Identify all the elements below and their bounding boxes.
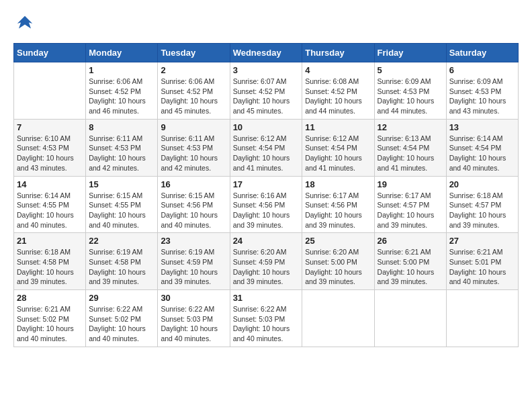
calendar-cell: 1Sunrise: 6:06 AMSunset: 4:52 PMDaylight… xyxy=(86,62,158,120)
day-info: Sunrise: 6:19 AMSunset: 4:59 PMDaylight:… xyxy=(161,247,226,287)
calendar-cell: 18Sunrise: 6:17 AMSunset: 4:56 PMDayligh… xyxy=(302,176,374,233)
day-number: 8 xyxy=(89,122,154,132)
svg-marker-0 xyxy=(17,16,33,29)
day-info: Sunrise: 6:13 AMSunset: 4:54 PMDaylight:… xyxy=(378,134,443,173)
page-header xyxy=(13,13,519,36)
calendar-cell: 21Sunrise: 6:18 AMSunset: 4:58 PMDayligh… xyxy=(14,233,86,290)
day-info: Sunrise: 6:18 AMSunset: 4:57 PMDaylight:… xyxy=(449,191,515,230)
calendar-header-thursday: Thursday xyxy=(302,44,374,62)
calendar-week-row: 28Sunrise: 6:21 AMSunset: 5:02 PMDayligh… xyxy=(14,290,519,347)
calendar-cell: 4Sunrise: 6:08 AMSunset: 4:52 PMDaylight… xyxy=(302,62,374,120)
day-number: 23 xyxy=(161,236,226,246)
calendar-cell: 2Sunrise: 6:06 AMSunset: 4:52 PMDaylight… xyxy=(158,62,230,120)
calendar-header-tuesday: Tuesday xyxy=(158,44,230,62)
day-info: Sunrise: 6:19 AMSunset: 4:58 PMDaylight:… xyxy=(89,247,154,287)
day-number: 4 xyxy=(305,65,371,75)
calendar-cell: 25Sunrise: 6:20 AMSunset: 5:00 PMDayligh… xyxy=(302,233,374,290)
calendar-cell: 10Sunrise: 6:12 AMSunset: 4:54 PMDayligh… xyxy=(230,119,302,176)
calendar-cell: 24Sunrise: 6:20 AMSunset: 4:59 PMDayligh… xyxy=(230,233,302,290)
day-number: 12 xyxy=(378,122,443,132)
calendar-cell: 23Sunrise: 6:19 AMSunset: 4:59 PMDayligh… xyxy=(158,233,230,290)
day-info: Sunrise: 6:21 AMSunset: 5:02 PMDaylight:… xyxy=(17,304,83,344)
calendar-cell: 19Sunrise: 6:17 AMSunset: 4:57 PMDayligh… xyxy=(374,176,446,233)
day-number: 28 xyxy=(17,293,83,303)
day-info: Sunrise: 6:16 AMSunset: 4:56 PMDaylight:… xyxy=(233,191,300,230)
day-info: Sunrise: 6:06 AMSunset: 4:52 PMDaylight:… xyxy=(89,77,154,116)
calendar-cell: 28Sunrise: 6:21 AMSunset: 5:02 PMDayligh… xyxy=(14,290,86,347)
calendar-header-friday: Friday xyxy=(374,44,446,62)
day-info: Sunrise: 6:15 AMSunset: 4:55 PMDaylight:… xyxy=(89,191,154,230)
day-info: Sunrise: 6:22 AMSunset: 5:02 PMDaylight:… xyxy=(89,304,154,344)
day-number: 21 xyxy=(17,236,83,246)
calendar-cell: 3Sunrise: 6:07 AMSunset: 4:52 PMDaylight… xyxy=(230,62,302,120)
calendar-header-sunday: Sunday xyxy=(14,44,86,62)
calendar-cell: 27Sunrise: 6:21 AMSunset: 5:01 PMDayligh… xyxy=(446,233,518,290)
calendar-header-monday: Monday xyxy=(86,44,158,62)
day-info: Sunrise: 6:12 AMSunset: 4:54 PMDaylight:… xyxy=(305,134,371,173)
day-number: 3 xyxy=(233,65,300,75)
day-number: 10 xyxy=(233,122,300,132)
day-info: Sunrise: 6:06 AMSunset: 4:52 PMDaylight:… xyxy=(161,77,226,116)
day-number: 14 xyxy=(17,179,83,189)
day-number: 11 xyxy=(305,122,371,132)
day-number: 26 xyxy=(378,236,443,246)
day-info: Sunrise: 6:14 AMSunset: 4:54 PMDaylight:… xyxy=(449,134,515,173)
calendar-cell: 30Sunrise: 6:22 AMSunset: 5:03 PMDayligh… xyxy=(158,290,230,347)
day-number: 1 xyxy=(89,65,154,75)
calendar-header-row: SundayMondayTuesdayWednesdayThursdayFrid… xyxy=(14,44,519,62)
day-number: 15 xyxy=(89,179,154,189)
calendar-cell: 14Sunrise: 6:14 AMSunset: 4:55 PMDayligh… xyxy=(14,176,86,233)
calendar-cell: 9Sunrise: 6:11 AMSunset: 4:53 PMDaylight… xyxy=(158,119,230,176)
day-number: 19 xyxy=(378,179,443,189)
day-info: Sunrise: 6:07 AMSunset: 4:52 PMDaylight:… xyxy=(233,77,300,116)
calendar-cell: 29Sunrise: 6:22 AMSunset: 5:02 PMDayligh… xyxy=(86,290,158,347)
day-number: 31 xyxy=(233,293,300,303)
day-number: 25 xyxy=(305,236,371,246)
day-number: 20 xyxy=(449,179,515,189)
calendar-cell: 13Sunrise: 6:14 AMSunset: 4:54 PMDayligh… xyxy=(446,119,518,176)
day-number: 16 xyxy=(161,179,226,189)
calendar-cell xyxy=(302,290,374,347)
day-info: Sunrise: 6:12 AMSunset: 4:54 PMDaylight:… xyxy=(233,134,300,173)
day-info: Sunrise: 6:10 AMSunset: 4:53 PMDaylight:… xyxy=(17,134,83,173)
day-number: 24 xyxy=(233,236,300,246)
day-number: 27 xyxy=(449,236,515,246)
day-info: Sunrise: 6:17 AMSunset: 4:57 PMDaylight:… xyxy=(378,191,443,230)
calendar-week-row: 1Sunrise: 6:06 AMSunset: 4:52 PMDaylight… xyxy=(14,62,519,120)
calendar-header-saturday: Saturday xyxy=(446,44,518,62)
day-info: Sunrise: 6:11 AMSunset: 4:53 PMDaylight:… xyxy=(89,134,154,173)
day-info: Sunrise: 6:14 AMSunset: 4:55 PMDaylight:… xyxy=(17,191,83,230)
calendar-header-wednesday: Wednesday xyxy=(230,44,302,62)
calendar-cell: 5Sunrise: 6:09 AMSunset: 4:53 PMDaylight… xyxy=(374,62,446,120)
calendar-cell: 22Sunrise: 6:19 AMSunset: 4:58 PMDayligh… xyxy=(86,233,158,290)
day-info: Sunrise: 6:09 AMSunset: 4:53 PMDaylight:… xyxy=(378,77,443,116)
day-info: Sunrise: 6:08 AMSunset: 4:52 PMDaylight:… xyxy=(305,77,371,116)
day-info: Sunrise: 6:21 AMSunset: 5:00 PMDaylight:… xyxy=(378,247,443,287)
day-info: Sunrise: 6:09 AMSunset: 4:53 PMDaylight:… xyxy=(449,77,515,116)
calendar-cell: 7Sunrise: 6:10 AMSunset: 4:53 PMDaylight… xyxy=(14,119,86,176)
calendar-cell: 26Sunrise: 6:21 AMSunset: 5:00 PMDayligh… xyxy=(374,233,446,290)
day-info: Sunrise: 6:22 AMSunset: 5:03 PMDaylight:… xyxy=(233,304,300,344)
day-info: Sunrise: 6:22 AMSunset: 5:03 PMDaylight:… xyxy=(161,304,226,344)
day-number: 7 xyxy=(17,122,83,132)
calendar-week-row: 21Sunrise: 6:18 AMSunset: 4:58 PMDayligh… xyxy=(14,233,519,290)
logo-bird-icon xyxy=(15,13,35,34)
day-info: Sunrise: 6:20 AMSunset: 4:59 PMDaylight:… xyxy=(233,247,300,287)
calendar-cell: 17Sunrise: 6:16 AMSunset: 4:56 PMDayligh… xyxy=(230,176,302,233)
calendar-cell: 6Sunrise: 6:09 AMSunset: 4:53 PMDaylight… xyxy=(446,62,518,120)
calendar-cell: 15Sunrise: 6:15 AMSunset: 4:55 PMDayligh… xyxy=(86,176,158,233)
calendar-table: SundayMondayTuesdayWednesdayThursdayFrid… xyxy=(13,43,519,347)
calendar-cell: 11Sunrise: 6:12 AMSunset: 4:54 PMDayligh… xyxy=(302,119,374,176)
day-number: 5 xyxy=(378,65,443,75)
day-info: Sunrise: 6:21 AMSunset: 5:01 PMDaylight:… xyxy=(449,247,515,287)
day-number: 6 xyxy=(449,65,515,75)
day-number: 18 xyxy=(305,179,371,189)
day-number: 17 xyxy=(233,179,300,189)
calendar-cell xyxy=(446,290,518,347)
day-number: 22 xyxy=(89,236,154,246)
logo xyxy=(13,13,35,36)
calendar-week-row: 7Sunrise: 6:10 AMSunset: 4:53 PMDaylight… xyxy=(14,119,519,176)
calendar-cell xyxy=(14,62,86,120)
day-number: 29 xyxy=(89,293,154,303)
day-info: Sunrise: 6:20 AMSunset: 5:00 PMDaylight:… xyxy=(305,247,371,287)
